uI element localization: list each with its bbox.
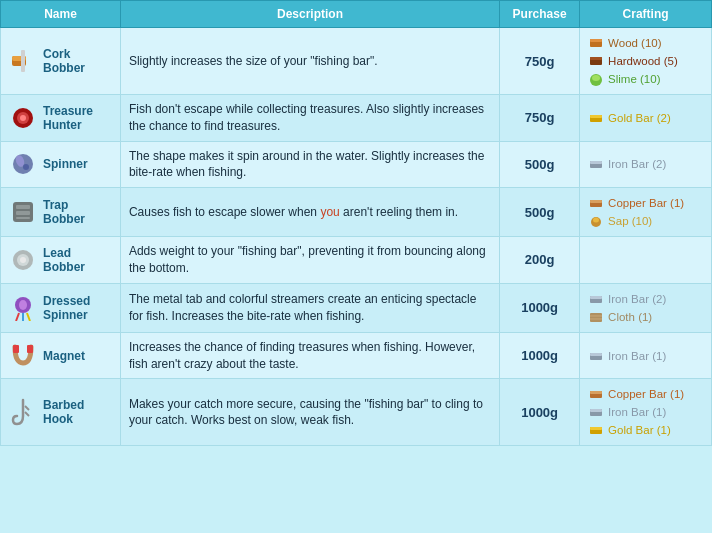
fishing-tackle-table: Name Description Purchase Crafting Cork … xyxy=(0,0,712,446)
svg-rect-6 xyxy=(590,57,602,60)
price-cell-barbed-hook: 1000g xyxy=(500,379,580,446)
lead-bobber-label: Lead Bobber xyxy=(43,246,112,274)
desc-cell-cork-bobber: Slightly increases the size of your "fis… xyxy=(120,28,499,95)
price-cell-treasure-hunter: 750g xyxy=(500,95,580,142)
svg-point-31 xyxy=(19,300,27,310)
price-cell-lead-bobber: 200g xyxy=(500,237,580,284)
svg-rect-43 xyxy=(590,353,602,356)
price-cell-spinner: 500g xyxy=(500,141,580,188)
name-cell-lead-bobber: Lead Bobber xyxy=(1,237,121,284)
svg-point-11 xyxy=(20,115,26,121)
table-row: Magnet Increases the chance of finding t… xyxy=(1,332,712,379)
svg-rect-13 xyxy=(590,115,602,118)
craft-item: Cloth (1) xyxy=(588,308,703,326)
trap-bobber-icon xyxy=(9,198,37,226)
craft-label: Iron Bar (2) xyxy=(608,293,666,305)
svg-rect-24 xyxy=(590,200,602,203)
price-cell-magnet: 1000g xyxy=(500,332,580,379)
spinner-icon xyxy=(9,150,37,178)
svg-rect-47 xyxy=(590,391,602,394)
slime-icon xyxy=(588,71,604,87)
svg-point-16 xyxy=(23,164,29,170)
desc-cell-magnet: Increases the chance of finding treasure… xyxy=(120,332,499,379)
craft-item: Hardwood (5) xyxy=(588,52,703,70)
table-row: Treasure Hunter Fish don't escape while … xyxy=(1,95,712,142)
svg-rect-22 xyxy=(16,217,30,219)
table-row: Dressed Spinner The metal tab and colorf… xyxy=(1,283,712,332)
svg-rect-37 xyxy=(590,313,602,322)
name-cell-barbed-hook: Barbed Hook xyxy=(1,379,121,446)
svg-point-26 xyxy=(593,218,599,223)
wood-icon xyxy=(588,35,604,51)
craft-item: Iron Bar (1) xyxy=(588,347,703,365)
desc-cell-trap-bobber: Causes fish to escape slower when you ar… xyxy=(120,188,499,237)
svg-rect-4 xyxy=(590,39,602,42)
table-row: Lead Bobber Adds weight to your "fishing… xyxy=(1,237,712,284)
price-cell-cork-bobber: 750g xyxy=(500,28,580,95)
name-cell-spinner: Spinner xyxy=(1,141,121,188)
craft-label: Iron Bar (1) xyxy=(608,406,666,418)
gold-icon xyxy=(588,110,604,126)
svg-rect-21 xyxy=(16,211,30,215)
craft-item: Sap (10) xyxy=(588,212,703,230)
desc-cell-spinner: The shape makes it spin around in the wa… xyxy=(120,141,499,188)
craft-label: Gold Bar (2) xyxy=(608,112,671,124)
desc-cell-lead-bobber: Adds weight to your "fishing bar", preve… xyxy=(120,237,499,284)
svg-rect-18 xyxy=(590,161,602,164)
svg-line-34 xyxy=(27,313,30,321)
craft-item: Gold Bar (1) xyxy=(588,421,703,439)
svg-rect-40 xyxy=(13,345,19,353)
barbed-hook-icon xyxy=(9,398,37,426)
craft-cell-cork-bobber: Wood (10) Hardwood (5) Slime (10) xyxy=(580,28,712,95)
iron-icon xyxy=(588,291,604,307)
craft-cell-lead-bobber xyxy=(580,237,712,284)
craft-item: Wood (10) xyxy=(588,34,703,52)
craft-cell-trap-bobber: Copper Bar (1) Sap (10) xyxy=(580,188,712,237)
craft-label: Hardwood (5) xyxy=(608,55,678,67)
craft-cell-dressed-spinner: Iron Bar (2) Cloth (1) xyxy=(580,283,712,332)
col-header-crafting: Crafting xyxy=(580,1,712,28)
col-header-purchase: Purchase xyxy=(500,1,580,28)
cork-bobber-label: Cork Bobber xyxy=(43,47,112,75)
price-cell-dressed-spinner: 1000g xyxy=(500,283,580,332)
craft-cell-barbed-hook: Copper Bar (1) Iron Bar (1) Gold Bar (1) xyxy=(580,379,712,446)
craft-label: Iron Bar (1) xyxy=(608,350,666,362)
craft-item: Copper Bar (1) xyxy=(588,385,703,403)
trap-bobber-label: Trap Bobber xyxy=(43,198,112,226)
dressed-spinner-label: Dressed Spinner xyxy=(43,294,112,322)
craft-label: Iron Bar (2) xyxy=(608,158,666,170)
craft-item: Iron Bar (1) xyxy=(588,403,703,421)
craft-item: Slime (10) xyxy=(588,70,703,88)
treasure-hunter-icon xyxy=(9,104,37,132)
svg-rect-41 xyxy=(27,345,33,353)
name-cell-treasure-hunter: Treasure Hunter xyxy=(1,95,121,142)
name-cell-magnet: Magnet xyxy=(1,332,121,379)
dressed-spinner-icon xyxy=(9,294,37,322)
craft-item: Iron Bar (2) xyxy=(588,290,703,308)
barbed-hook-label: Barbed Hook xyxy=(43,398,112,426)
craft-label: Gold Bar (1) xyxy=(608,424,671,436)
magnet-icon xyxy=(9,342,37,370)
name-cell-dressed-spinner: Dressed Spinner xyxy=(1,283,121,332)
table-row: Cork Bobber Slightly increases the size … xyxy=(1,28,712,95)
iron-icon xyxy=(588,156,604,172)
svg-rect-51 xyxy=(590,427,602,430)
lead-bobber-icon xyxy=(9,246,37,274)
col-header-description: Description xyxy=(120,1,499,28)
svg-point-29 xyxy=(20,257,26,263)
svg-line-32 xyxy=(16,313,19,321)
craft-cell-magnet: Iron Bar (1) xyxy=(580,332,712,379)
svg-rect-36 xyxy=(590,296,602,299)
svg-point-8 xyxy=(592,75,600,81)
table-row: Spinner The shape makes it spin around i… xyxy=(1,141,712,188)
craft-label: Wood (10) xyxy=(608,37,661,49)
copper-icon xyxy=(588,195,604,211)
craft-label: Sap (10) xyxy=(608,215,652,227)
treasure-hunter-label: Treasure Hunter xyxy=(43,104,112,132)
hardwood-icon xyxy=(588,53,604,69)
svg-line-44 xyxy=(25,406,29,410)
magnet-label: Magnet xyxy=(43,349,85,363)
craft-item: Iron Bar (2) xyxy=(588,155,703,173)
svg-line-45 xyxy=(25,412,29,416)
desc-cell-barbed-hook: Makes your catch more secure, causing th… xyxy=(120,379,499,446)
